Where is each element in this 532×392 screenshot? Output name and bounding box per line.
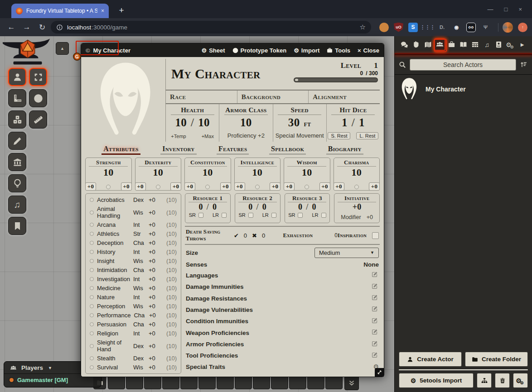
speed-value[interactable]: 30 — [288, 116, 300, 129]
close-window-button[interactable]: × Close — [358, 47, 379, 54]
short-rest-checkbox[interactable] — [248, 213, 253, 218]
new-tab-button[interactable]: + — [115, 4, 128, 17]
macro-slot[interactable] — [253, 376, 270, 389]
address-bar[interactable]: localhost :30000/game ☆ — [51, 21, 371, 33]
create-folder-button[interactable]: Create Folder — [465, 352, 528, 367]
ruler-subtool[interactable] — [29, 110, 47, 129]
ability-proficiency-radio[interactable] — [255, 185, 260, 189]
back-button[interactable]: ← — [5, 23, 18, 32]
sidebar-tab-tables[interactable] — [469, 38, 481, 51]
hit-dice-max[interactable]: 1 — [359, 116, 365, 129]
sidebar-tab-journal[interactable] — [458, 38, 469, 51]
sidebar-tab-playlists[interactable]: ♫ — [481, 38, 493, 51]
macro-slot[interactable] — [271, 376, 288, 389]
actor-entry[interactable]: My Character — [399, 77, 528, 101]
short-rest-checkbox[interactable] — [198, 213, 203, 218]
skill-row[interactable]: Performance Cha +0 (10) — [90, 312, 177, 319]
drawing-tool[interactable] — [8, 132, 26, 150]
skill-row[interactable]: Athletics Str +0 (10) — [90, 230, 177, 237]
sheet-tab[interactable]: Features — [217, 145, 249, 155]
skill-row[interactable]: Animal Handling Wis +0 (10) — [90, 206, 177, 219]
ability-save-mod[interactable]: +0 — [284, 182, 295, 191]
long-rest-button[interactable]: L. Rest — [356, 132, 378, 139]
ability-block[interactable]: Constitution 10 +0 +0 — [184, 158, 231, 191]
character-name-field[interactable]: My Character — [171, 60, 294, 90]
close-button[interactable]: × — [518, 6, 522, 13]
long-rest-checkbox[interactable] — [271, 213, 276, 218]
eye-extension-icon[interactable]: ◉ — [452, 23, 461, 32]
token-tool[interactable] — [8, 68, 26, 86]
ability-save-mod[interactable]: +0 — [85, 182, 96, 191]
fork-extension-icon[interactable]: Ψ — [481, 23, 490, 32]
cookie-extension-icon[interactable] — [379, 23, 389, 32]
hp-max[interactable]: 10 — [198, 116, 210, 129]
macro-slot[interactable] — [126, 376, 143, 389]
skill-row[interactable]: Sleight of Hand Dex +0 (10) — [90, 339, 177, 353]
tiles-tool[interactable] — [8, 153, 26, 171]
edit-icon[interactable] — [372, 306, 379, 314]
skill-row[interactable]: Survival Wis +0 (10) — [90, 364, 177, 371]
skill-proficiency-radio[interactable] — [90, 344, 94, 348]
skill-proficiency-radio[interactable] — [90, 304, 94, 308]
sheet-tab[interactable]: Biography — [326, 145, 363, 155]
initiative-modifier[interactable]: +0 — [367, 214, 373, 220]
detail-field[interactable]: Alignment — [308, 91, 380, 103]
ability-block[interactable]: Wisdom 10 +0 +0 — [284, 158, 330, 191]
ability-check-mod[interactable]: +0 — [369, 182, 380, 191]
resource-block[interactable]: Resource 3 0/0 SR LR — [285, 193, 330, 223]
hotbar-page-button[interactable] — [344, 376, 359, 390]
skill-row[interactable]: Perception Wis +0 (10) — [90, 303, 177, 310]
sidebar-collapse[interactable]: ▶ — [517, 38, 528, 51]
skill-row[interactable]: History Int +0 (10) — [90, 249, 177, 255]
speed-stat[interactable]: Speed 30ft Special Movement — [273, 104, 326, 142]
actor-avatar[interactable] — [399, 77, 420, 101]
skill-row[interactable]: Nature Int +0 (10) — [90, 294, 177, 301]
minimize-button[interactable]: — — [488, 6, 493, 13]
xp-value[interactable]: 0 — [360, 70, 363, 76]
ac-value[interactable]: 10 — [240, 116, 252, 129]
skill-row[interactable]: Arcana Int +0 (10) — [90, 221, 177, 228]
s-extension-icon[interactable]: S — [408, 23, 418, 32]
prototype-token-button[interactable]: Prototype Token — [232, 47, 287, 54]
resource-block[interactable]: Resource 2 0/0 SR LR — [235, 193, 281, 223]
select-subtool[interactable] — [29, 68, 47, 86]
delete-button[interactable] — [495, 373, 510, 388]
level-value[interactable]: 1 — [374, 61, 378, 70]
ability-save-mod[interactable]: +0 — [234, 182, 245, 191]
edit-icon[interactable] — [372, 340, 379, 349]
macro-slot[interactable] — [325, 376, 343, 389]
skill-proficiency-radio[interactable] — [90, 198, 94, 202]
collapse-nav-button[interactable]: ▲ — [56, 42, 69, 55]
ability-save-mod[interactable]: +0 — [135, 182, 146, 191]
initiative-value[interactable]: +0 — [353, 202, 362, 212]
ability-check-mod[interactable]: +0 — [220, 182, 231, 191]
sidebar-tab-compendium[interactable] — [493, 38, 504, 51]
ability-proficiency-radio[interactable] — [305, 185, 309, 189]
skill-proficiency-radio[interactable] — [90, 277, 94, 281]
ability-proficiency-radio[interactable] — [156, 185, 160, 189]
macro-slot[interactable] — [235, 376, 252, 389]
skill-proficiency-radio[interactable] — [90, 295, 94, 299]
sidebar-tab-chat[interactable] — [399, 38, 410, 51]
skill-proficiency-radio[interactable] — [90, 322, 94, 326]
target-subtool[interactable] — [29, 89, 47, 107]
macro-slot[interactable] — [180, 376, 198, 389]
dice-tool[interactable] — [8, 110, 26, 129]
forward-button[interactable]: → — [20, 23, 34, 32]
hp-current[interactable]: 10 — [175, 116, 187, 129]
macro-slot[interactable] — [307, 376, 324, 389]
search-actors-input[interactable]: Search Actors — [410, 59, 516, 71]
edit-icon[interactable] — [372, 294, 379, 302]
ability-proficiency-radio[interactable] — [106, 185, 111, 189]
ability-block[interactable]: Charisma 10 +0 +0 — [334, 158, 380, 191]
inspiration-checkbox[interactable] — [372, 232, 379, 239]
skill-row[interactable]: Medicine Wis +0 (10) — [90, 285, 177, 292]
long-rest-checkbox[interactable] — [222, 213, 227, 218]
skill-proficiency-radio[interactable] — [90, 223, 94, 227]
game-canvas[interactable]: ▲ ♫ Players ▼ Gamemaster [GM] — [0, 36, 532, 392]
armor-class-stat[interactable]: Armor Class 10 Proficiency +2 — [219, 104, 272, 142]
sheet-tab[interactable]: Spellbook — [269, 145, 306, 155]
skill-proficiency-radio[interactable] — [90, 331, 94, 335]
maximize-button[interactable]: □ — [504, 6, 508, 13]
update-chrome-icon[interactable]: ↑ — [518, 23, 527, 32]
